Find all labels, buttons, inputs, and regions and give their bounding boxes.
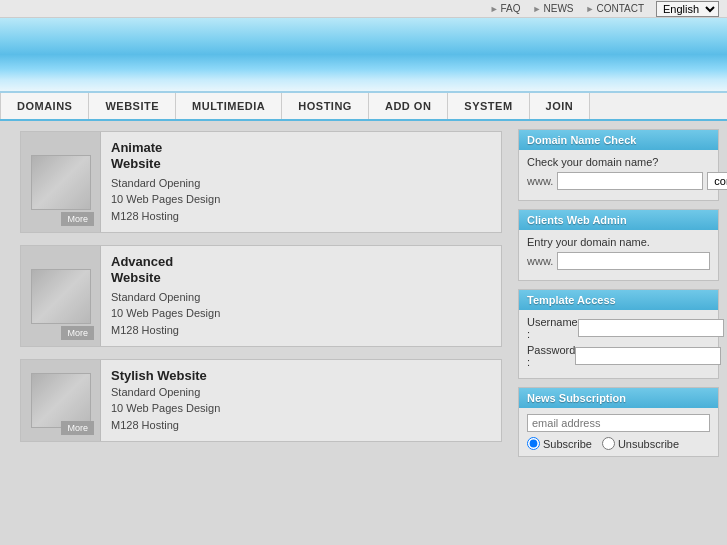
product-info-stylish: Stylish Website Standard Opening 10 Web … (101, 360, 501, 441)
faq-arrow: ► (490, 4, 499, 14)
contact-arrow: ► (585, 4, 594, 14)
product-title-stylish-1: Stylish Website (111, 368, 491, 384)
product-detail-stylish-3: M128 Hosting (111, 417, 491, 434)
subscribe-label[interactable]: Subscribe (527, 437, 592, 450)
domain-www-label: www. (527, 175, 553, 187)
product-image-thumbnail-3 (31, 373, 91, 428)
product-detail-animate-3: M128 Hosting (111, 208, 491, 225)
clients-admin-body: Entry your domain name. www. (519, 230, 718, 280)
left-panel: More Animate Website Standard Opening 10… (0, 121, 512, 545)
product-detail-advanced-1: Standard Opening (111, 289, 491, 306)
nav-system[interactable]: SYSTEM (448, 93, 529, 119)
product-image-animate: More (21, 132, 101, 232)
more-button-advanced[interactable]: More (61, 326, 94, 340)
product-detail-advanced-2: 10 Web Pages Design (111, 305, 491, 322)
faq-label: FAQ (501, 3, 521, 14)
product-detail-stylish-2: 10 Web Pages Design (111, 400, 491, 417)
product-title-animate-2: Website (111, 156, 491, 171)
domain-check-row: www. com .net .org (527, 172, 710, 190)
template-access-header: Template Access (519, 290, 718, 310)
product-info-advanced: Advanced Website Standard Opening 10 Web… (101, 246, 501, 346)
nav-join[interactable]: JOIN (530, 93, 591, 119)
main-content: More Animate Website Standard Opening 10… (0, 121, 727, 545)
product-title-animate-1: Animate (111, 140, 491, 156)
product-info-animate: Animate Website Standard Opening 10 Web … (101, 132, 501, 232)
news-arrow: ► (533, 4, 542, 14)
clients-admin-label: Entry your domain name. (527, 236, 710, 248)
domain-tld-select[interactable]: com .net .org (707, 172, 727, 190)
product-image-thumbnail-2 (31, 269, 91, 324)
right-panel: Domain Name Check Check your domain name… (512, 121, 727, 545)
unsubscribe-radio[interactable] (602, 437, 615, 450)
domain-check-widget: Domain Name Check Check your domain name… (518, 129, 719, 201)
username-input[interactable] (578, 319, 724, 337)
language-select[interactable]: English (656, 1, 719, 17)
product-image-thumbnail (31, 155, 91, 210)
template-access-widget: Template Access Username : Password : (518, 289, 719, 379)
nav-domains[interactable]: DOMAINS (0, 93, 89, 119)
news-subscription-header: News Subscription (519, 388, 718, 408)
password-label: Password : (527, 344, 575, 368)
news-subscription-widget: News Subscription Subscribe Unsubscribe (518, 387, 719, 457)
product-detail-animate-1: Standard Opening (111, 175, 491, 192)
domain-check-label: Check your domain name? (527, 156, 710, 168)
contact-label: CONTACT (596, 3, 644, 14)
product-image-stylish: More (21, 360, 101, 441)
clients-admin-widget: Clients Web Admin Entry your domain name… (518, 209, 719, 281)
clients-domain-input[interactable] (557, 252, 710, 270)
domain-check-header: Domain Name Check (519, 130, 718, 150)
nav-website[interactable]: WEBSITE (89, 93, 176, 119)
product-detail-advanced-3: M128 Hosting (111, 322, 491, 339)
clients-www-label: www. (527, 255, 553, 267)
news-link[interactable]: ► NEWS (533, 3, 574, 14)
product-image-advanced: More (21, 246, 101, 346)
product-title-advanced-1: Advanced (111, 254, 491, 270)
unsubscribe-label[interactable]: Unsubscribe (602, 437, 679, 450)
clients-admin-row: www. (527, 252, 710, 270)
news-label: NEWS (543, 3, 573, 14)
product-detail-animate-2: 10 Web Pages Design (111, 191, 491, 208)
product-card-animate: More Animate Website Standard Opening 10… (20, 131, 502, 233)
top-bar: ► FAQ ► NEWS ► CONTACT English (0, 0, 727, 18)
product-card-advanced: More Advanced Website Standard Opening 1… (20, 245, 502, 347)
clients-admin-header: Clients Web Admin (519, 210, 718, 230)
nav-bar: DOMAINS WEBSITE MULTIMEDIA HOSTING ADD O… (0, 93, 727, 121)
email-input[interactable] (527, 414, 710, 432)
domain-check-body: Check your domain name? www. com .net .o… (519, 150, 718, 200)
product-detail-stylish-1: Standard Opening (111, 384, 491, 401)
username-row: Username : (527, 316, 710, 340)
password-input[interactable] (575, 347, 721, 365)
product-title-advanced-2: Website (111, 270, 491, 285)
username-label: Username : (527, 316, 578, 340)
domain-check-input[interactable] (557, 172, 703, 190)
template-access-body: Username : Password : (519, 310, 718, 378)
password-row: Password : (527, 344, 710, 368)
contact-link[interactable]: ► CONTACT (585, 3, 644, 14)
nav-addon[interactable]: ADD ON (369, 93, 448, 119)
nav-hosting[interactable]: HOSTING (282, 93, 369, 119)
unsubscribe-text: Unsubscribe (618, 438, 679, 450)
faq-link[interactable]: ► FAQ (490, 3, 521, 14)
more-button-stylish[interactable]: More (61, 421, 94, 435)
subscribe-radio[interactable] (527, 437, 540, 450)
news-subscription-body: Subscribe Unsubscribe (519, 408, 718, 456)
header-banner (0, 18, 727, 93)
subscribe-text: Subscribe (543, 438, 592, 450)
nav-multimedia[interactable]: MULTIMEDIA (176, 93, 282, 119)
subscription-row: Subscribe Unsubscribe (527, 437, 710, 450)
more-button-animate[interactable]: More (61, 212, 94, 226)
product-card-stylish: More Stylish Website Standard Opening 10… (20, 359, 502, 442)
